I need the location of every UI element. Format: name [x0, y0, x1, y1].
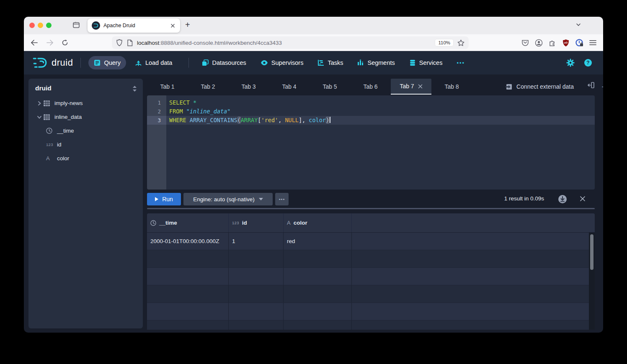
table-row[interactable] [147, 303, 595, 320]
panel-resize-handle[interactable] [147, 208, 595, 209]
nav-item-segments[interactable]: Segments [352, 56, 400, 69]
table-cell[interactable] [229, 268, 284, 285]
table-cell[interactable]: red [284, 233, 352, 250]
datasource-row-inline-data[interactable]: inline_data [28, 110, 143, 124]
onepassword-icon[interactable] [575, 39, 583, 47]
nav-item-tasks[interactable]: Tasks [312, 56, 348, 69]
forward-button[interactable] [45, 38, 55, 48]
table-cell[interactable] [284, 250, 352, 267]
table-cell[interactable] [352, 303, 595, 320]
table-cell[interactable] [352, 285, 595, 302]
table-cell[interactable] [147, 285, 229, 302]
table-row[interactable] [147, 268, 595, 285]
column-header-time[interactable]: __time [147, 213, 229, 232]
table-cell[interactable] [147, 320, 229, 330]
tab-4[interactable]: Tab 4 [269, 79, 310, 95]
back-button[interactable] [29, 38, 39, 48]
nav-item-supervisors[interactable]: Supervisors [255, 56, 309, 69]
page-info-icon[interactable] [127, 39, 133, 46]
code-line[interactable]: 1SELECT * [147, 98, 595, 107]
ublock-origin-icon[interactable]: uO [562, 39, 570, 47]
column-row-id[interactable]: 123 id [28, 138, 143, 151]
tab-list-chevron-icon[interactable] [575, 22, 581, 28]
table-cell[interactable] [352, 250, 595, 267]
druid-navbar: druid Query Load data Datasources Superv… [24, 51, 603, 74]
tab-6[interactable]: Tab 6 [350, 79, 391, 95]
nav-item-datasources[interactable]: Datasources [196, 56, 251, 69]
table-row[interactable] [147, 250, 595, 268]
table-cell[interactable] [229, 250, 284, 267]
table-cell[interactable]: 1 [229, 233, 284, 250]
table-row[interactable]: 2000-01-01T00:00:00.000Z1red [147, 233, 595, 250]
engine-select-button[interactable]: Engine: auto (sql-native) [183, 193, 273, 205]
table-cell[interactable] [147, 268, 229, 285]
pocket-icon[interactable] [521, 39, 529, 46]
chevron-right-icon[interactable] [37, 101, 44, 106]
table-cell[interactable] [284, 320, 352, 330]
window-minimize-button[interactable] [38, 23, 43, 28]
table-cell[interactable] [229, 320, 284, 330]
account-icon[interactable] [535, 39, 543, 47]
table-cell[interactable] [352, 320, 595, 330]
settings-gear-icon[interactable] [566, 59, 575, 67]
sidebar-toggle-icon[interactable] [72, 21, 80, 29]
tab-3[interactable]: Tab 3 [228, 79, 269, 95]
query-more-button[interactable]: ••• [275, 193, 289, 205]
window-close-button[interactable] [29, 23, 35, 28]
datasource-row-imply-news[interactable]: imply-news [28, 96, 143, 110]
reload-button[interactable] [60, 38, 70, 48]
tab-8[interactable]: Tab 8 [431, 79, 472, 95]
nav-item-services[interactable]: Services [404, 56, 448, 69]
column-row-color[interactable]: A color [28, 151, 143, 165]
code-line[interactable]: 3WHERE ARRAY_CONTAINS(ARRAY['red', NULL]… [147, 116, 595, 125]
menu-hamburger-icon[interactable] [589, 40, 596, 46]
connect-external-data-button[interactable]: Connect external data [506, 80, 574, 93]
column-header-id[interactable]: 123 id [229, 213, 284, 232]
results-scrollbar-thumb[interactable] [590, 234, 593, 270]
sort-double-caret-icon[interactable] [132, 86, 137, 92]
nav-item-load-data[interactable]: Load data [129, 56, 178, 69]
query-editor[interactable]: 1SELECT *2FROM "inline_data"3WHERE ARRAY… [147, 95, 595, 190]
table-cell[interactable] [147, 250, 229, 267]
tab-7-active[interactable]: Tab 7 [391, 79, 431, 95]
tab-5[interactable]: Tab 5 [310, 79, 350, 95]
zoom-level-badge[interactable]: 110% [435, 39, 453, 46]
table-cell[interactable] [147, 303, 229, 320]
shield-icon[interactable] [116, 39, 123, 46]
results-scrollbar-track[interactable] [589, 233, 595, 330]
close-results-icon[interactable] [580, 196, 586, 202]
browser-tab[interactable]: Apache Druid [88, 18, 180, 33]
url-bar[interactable]: localhost:8888/unified-console.html#work… [112, 36, 469, 49]
code-line[interactable]: 2FROM "inline_data" [147, 107, 595, 116]
collapse-panel-icon[interactable] [588, 82, 595, 89]
add-tab-button[interactable]: + [599, 82, 603, 92]
download-results-icon[interactable] [558, 195, 567, 204]
window-zoom-button[interactable] [46, 23, 52, 28]
table-cell[interactable] [284, 285, 352, 302]
table-cell[interactable] [352, 233, 595, 250]
table-cell[interactable] [229, 285, 284, 302]
table-cell[interactable] [284, 268, 352, 285]
tab-2[interactable]: Tab 2 [188, 79, 228, 95]
new-tab-button[interactable]: + [185, 20, 190, 30]
druid-brand[interactable]: druid [32, 55, 73, 71]
table-cell[interactable]: 2000-01-01T00:00:00.000Z [147, 233, 229, 250]
tab-1[interactable]: Tab 1 [147, 79, 188, 95]
bookmark-star-icon[interactable] [457, 39, 464, 46]
run-button[interactable]: Run [147, 193, 181, 205]
column-row-time[interactable]: __time [28, 124, 143, 138]
nav-item-query[interactable]: Query [88, 56, 126, 69]
extensions-puzzle-icon[interactable] [549, 39, 556, 46]
tab-close-icon[interactable] [170, 23, 176, 29]
column-header-color[interactable]: A color [284, 213, 352, 232]
table-cell[interactable] [229, 303, 284, 320]
nav-item-more[interactable]: ••• [451, 56, 470, 69]
tab-close-icon[interactable] [418, 84, 423, 89]
help-icon[interactable]: ? [584, 59, 592, 67]
table-row[interactable] [147, 320, 595, 330]
table-row[interactable] [147, 285, 595, 303]
table-cell[interactable] [352, 268, 595, 285]
url-text[interactable]: localhost:8888/unified-console.html#work… [137, 40, 435, 46]
table-cell[interactable] [284, 303, 352, 320]
chevron-down-icon[interactable] [37, 115, 44, 120]
